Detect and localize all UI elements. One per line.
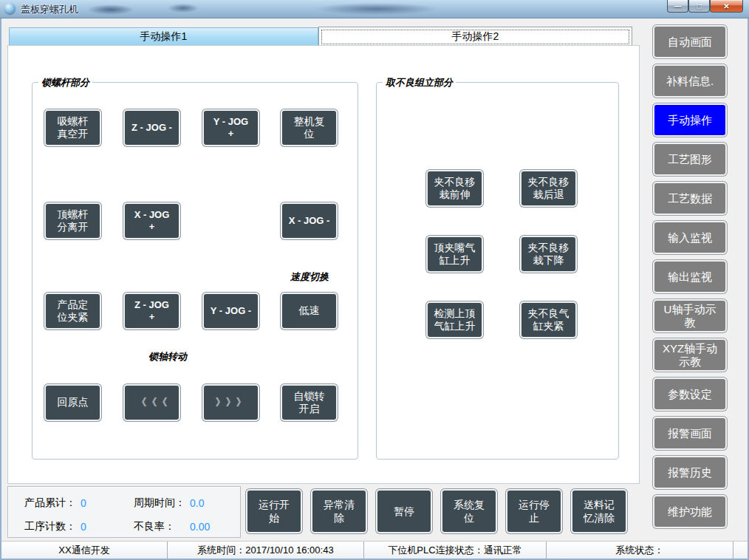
sidebar-item-parameter-setting[interactable]: 参数设定 bbox=[653, 378, 727, 411]
detect-top-cylinder-up-button[interactable]: 检测上顶 气缸上升 bbox=[426, 301, 483, 338]
counter-process-count: 工序计数： 0 bbox=[24, 519, 134, 535]
counter-cycle-time: 周期时间： 0.0 bbox=[134, 495, 240, 511]
sidebar-item-maintenance[interactable]: 维护功能 bbox=[653, 495, 727, 528]
window-title: 盖板穿螺孔机 bbox=[21, 3, 78, 16]
counter-cycle-time-value: 0.0 bbox=[190, 497, 204, 509]
counter-defect-rate: 不良率： 0.00 bbox=[134, 519, 240, 535]
counter-defect-rate-value: 0.00 bbox=[190, 521, 210, 533]
lock-axis-rotate-label: 锁轴转动 bbox=[120, 350, 216, 363]
machine-reset-button[interactable]: 整机复 位 bbox=[281, 109, 338, 146]
screw-eject-separate-button[interactable]: 顶螺杆 分离开 bbox=[44, 202, 101, 239]
sidebar-item-xyz-axis-teach[interactable]: XYZ轴手动 示教 bbox=[653, 338, 727, 372]
group-defect-assembly-title: 取不良组立部分 bbox=[383, 76, 456, 89]
defect-transfer-down-button[interactable]: 夹不良移 栽下降 bbox=[520, 236, 577, 273]
counter-process-count-label: 工序计数： bbox=[24, 520, 81, 533]
sidebar-item-process-graphic[interactable]: 工艺图形 bbox=[653, 143, 727, 176]
run-stop-button[interactable]: 运行停 止 bbox=[506, 489, 562, 533]
group-defect-assembly: 取不良组立部分 夹不良移 栽前伸 夹不良移 栽后退 顶夹嘴气 缸上升 夹不良移 … bbox=[376, 82, 619, 460]
defect-cylinder-clamp-button[interactable]: 夹不良气 缸夹紧 bbox=[520, 301, 577, 338]
feed-memory-clear-button[interactable]: 送料记 忆清除 bbox=[571, 489, 627, 533]
statusbar: XX通信开发 系统时间：2017/10/10 16:00:43 下位机PLC连接… bbox=[1, 541, 748, 559]
sidebar-item-alarm-history[interactable]: 报警历史 bbox=[653, 456, 727, 489]
app-window: 盖板穿螺孔机 — □ ✕ 手动操作1 手动操作2 锁螺杆部分 速度切换 锁轴转动… bbox=[0, 0, 749, 560]
window-controls: — □ ✕ bbox=[667, 0, 743, 13]
speed-switch-label: 速度切换 bbox=[281, 270, 338, 284]
group-lock-screw-title: 锁螺杆部分 bbox=[38, 76, 92, 89]
tab-manual-operation-2-label: 手动操作2 bbox=[452, 30, 499, 44]
run-start-button[interactable]: 运行开 始 bbox=[246, 489, 302, 533]
tab-manual-operation-2[interactable]: 手动操作2 bbox=[318, 27, 632, 47]
sidebar-item-u-axis-teach[interactable]: U轴手动示 教 bbox=[653, 299, 727, 332]
close-button[interactable]: ✕ bbox=[710, 0, 743, 13]
z-jog-plus-button[interactable]: Z - JOG + bbox=[123, 293, 180, 329]
product-position-clamp-button[interactable]: 产品定 位夹紧 bbox=[44, 293, 101, 329]
y-jog-minus-button[interactable]: Y - JOG - bbox=[202, 293, 259, 329]
minimize-button[interactable]: — bbox=[667, 0, 688, 13]
status-system-time: 系统时间：2017/10/10 16:00:43 bbox=[168, 542, 364, 559]
counter-product-total-label: 产品累计： bbox=[24, 496, 81, 510]
status-system-state: 系统状态： bbox=[547, 542, 733, 559]
pause-button[interactable]: 暂停 bbox=[376, 489, 432, 533]
sidebar-item-output-monitor[interactable]: 输出监视 bbox=[653, 260, 727, 293]
top-clamp-cylinder-up-button[interactable]: 顶夹嘴气 缸上升 bbox=[426, 236, 483, 273]
defect-transfer-forward-button[interactable]: 夹不良移 栽前伸 bbox=[426, 170, 483, 207]
app-icon bbox=[4, 3, 16, 14]
x-jog-plus-button[interactable]: X - JOG + bbox=[123, 202, 180, 239]
sidebar-item-material-info[interactable]: 补料信息. bbox=[653, 64, 727, 98]
z-jog-minus-button[interactable]: Z - JOG - bbox=[123, 109, 180, 146]
tab-manual-operation-1[interactable]: 手动操作1 bbox=[9, 27, 318, 46]
self-lock-rotate-on-button[interactable]: 自锁转 开启 bbox=[281, 384, 338, 421]
counter-product-total-value: 0 bbox=[81, 497, 86, 509]
counter-cycle-time-label: 周期时间： bbox=[134, 496, 190, 510]
sidebar-item-input-monitor[interactable]: 输入监视 bbox=[653, 221, 727, 254]
sidebar-item-auto-screen[interactable]: 自动画面 bbox=[653, 25, 727, 58]
window-titlebar: 盖板穿螺孔机 — □ ✕ bbox=[0, 0, 749, 18]
maximize-button[interactable]: □ bbox=[688, 0, 710, 13]
x-jog-minus-button[interactable]: X - JOG - bbox=[281, 202, 338, 239]
counter-product-total: 产品累计： 0 bbox=[24, 495, 134, 511]
sidebar-item-manual-operation[interactable]: 手动操作 bbox=[653, 103, 727, 137]
defect-transfer-back-button[interactable]: 夹不良移 栽后退 bbox=[520, 170, 577, 207]
tab-page: 锁螺杆部分 速度切换 锁轴转动 吸螺杆 真空开 Z - JOG - Y - JO… bbox=[7, 45, 640, 484]
rotate-left-button[interactable]: 《《《 bbox=[123, 384, 180, 421]
status-plc-connection: 下位机PLC连接状态：通讯正常 bbox=[364, 542, 547, 559]
status-developer: XX通信开发 bbox=[1, 542, 168, 559]
sidebar-item-process-data[interactable]: 工艺数据 bbox=[653, 182, 727, 215]
counter-defect-rate-label: 不良率： bbox=[134, 520, 190, 533]
counter-panel: 产品累计： 0 周期时间： 0.0 工序计数： 0 不良率： 0.00 bbox=[7, 486, 241, 538]
low-speed-button[interactable]: 低速 bbox=[281, 293, 338, 329]
y-jog-plus-button[interactable]: Y - JOG + bbox=[202, 109, 259, 146]
counter-process-count-value: 0 bbox=[81, 521, 86, 533]
sidebar-item-alarm-screen[interactable]: 报警画面 bbox=[653, 417, 727, 450]
rotate-right-button[interactable]: 》》》 bbox=[202, 384, 259, 421]
home-button[interactable]: 回原点 bbox=[44, 384, 101, 421]
system-reset-button[interactable]: 系统复 位 bbox=[441, 489, 497, 533]
group-lock-screw: 锁螺杆部分 速度切换 锁轴转动 吸螺杆 真空开 Z - JOG - Y - JO… bbox=[32, 82, 358, 460]
screw-vacuum-on-button[interactable]: 吸螺杆 真空开 bbox=[44, 109, 101, 146]
error-clear-button[interactable]: 异常清 除 bbox=[311, 489, 367, 533]
